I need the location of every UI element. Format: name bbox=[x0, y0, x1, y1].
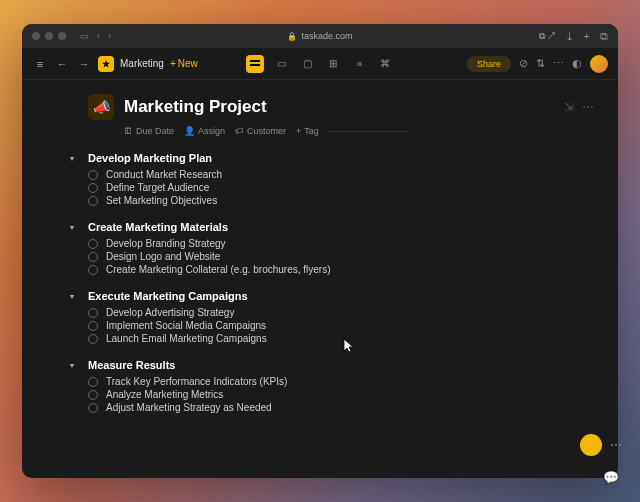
task-text[interactable]: Adjust Marketing Strategy as Needed bbox=[106, 402, 272, 413]
ai-fab[interactable] bbox=[580, 434, 602, 456]
fab-more-icon[interactable]: ⋯ bbox=[610, 438, 618, 452]
app-toolbar: ≡ ← → ★ Marketing + New ▭ ▢ ⊞ ∝ ⌘ Share … bbox=[22, 48, 618, 80]
project-icon[interactable]: 📣 bbox=[88, 94, 114, 120]
chat-fab[interactable]: 💬 bbox=[600, 466, 618, 478]
task-text[interactable]: Create Marketing Collateral (e.g. brochu… bbox=[106, 264, 331, 275]
task-checkbox[interactable] bbox=[88, 334, 98, 344]
pin-icon[interactable]: ⇲ bbox=[564, 100, 574, 114]
task-item[interactable]: Set Marketing Objectives bbox=[88, 194, 594, 207]
due-date-chip[interactable]: 🗓Due Date bbox=[124, 126, 174, 136]
customer-chip[interactable]: 🏷Customer bbox=[235, 126, 286, 136]
task-text[interactable]: Set Marketing Objectives bbox=[106, 195, 217, 206]
section: ▾Measure ResultsTrack Key Performance In… bbox=[88, 359, 594, 414]
more-icon[interactable]: ⋯ bbox=[553, 57, 564, 70]
task-item[interactable]: Adjust Marketing Strategy as Needed bbox=[88, 401, 594, 414]
chevron-down-icon[interactable]: ▾ bbox=[70, 292, 80, 301]
task-item[interactable]: Launch Email Marketing Campaigns bbox=[88, 332, 594, 345]
view-calendar-icon[interactable]: ⊞ bbox=[324, 55, 342, 73]
task-item[interactable]: Create Marketing Collateral (e.g. brochu… bbox=[88, 263, 594, 276]
section-header[interactable]: ▾Create Marketing Materials bbox=[70, 221, 594, 233]
nav-forward-icon[interactable]: › bbox=[108, 31, 111, 41]
new-button[interactable]: + New bbox=[170, 58, 198, 69]
check-circle-icon[interactable]: ⊘ bbox=[519, 57, 528, 70]
task-checkbox[interactable] bbox=[88, 390, 98, 400]
task-text[interactable]: Design Logo and Website bbox=[106, 251, 220, 262]
task-checkbox[interactable] bbox=[88, 252, 98, 262]
task-item[interactable]: Conduct Market Research bbox=[88, 168, 594, 181]
notifications-icon[interactable]: ◐ bbox=[572, 57, 582, 70]
task-item[interactable]: Develop Branding Strategy bbox=[88, 237, 594, 250]
filter-icon[interactable]: ⇅ bbox=[536, 57, 545, 70]
section-title[interactable]: Develop Marketing Plan bbox=[88, 152, 212, 164]
task-text[interactable]: Track Key Performance Indicators (KPIs) bbox=[106, 376, 287, 387]
maximize-dot[interactable] bbox=[58, 32, 66, 40]
workspace-badge[interactable]: ★ bbox=[98, 56, 114, 72]
back-icon[interactable]: ← bbox=[54, 56, 70, 72]
section-header[interactable]: ▾Execute Marketing Campaigns bbox=[70, 290, 594, 302]
section-title[interactable]: Measure Results bbox=[88, 359, 175, 371]
task-checkbox[interactable] bbox=[88, 170, 98, 180]
document-content: 📣 Marketing Project ⇲ ⋯ 🗓Due Date 👤Assig… bbox=[22, 80, 618, 478]
view-list-icon[interactable] bbox=[246, 55, 264, 73]
forward-icon[interactable]: → bbox=[76, 56, 92, 72]
fab-row: ⋯ bbox=[580, 434, 618, 456]
menu-icon[interactable]: ≡ bbox=[32, 56, 48, 72]
view-mindmap-icon[interactable]: ∝ bbox=[350, 55, 368, 73]
url-text: taskade.com bbox=[301, 31, 352, 41]
task-checkbox[interactable] bbox=[88, 403, 98, 413]
task-checkbox[interactable] bbox=[88, 377, 98, 387]
chevron-down-icon[interactable]: ▾ bbox=[70, 223, 80, 232]
project-more-icon[interactable]: ⋯ bbox=[582, 100, 594, 114]
add-tab-icon[interactable]: + bbox=[584, 30, 590, 42]
task-checkbox[interactable] bbox=[88, 308, 98, 318]
task-text[interactable]: Conduct Market Research bbox=[106, 169, 222, 180]
share-indicator[interactable]: ⧉ ↗ bbox=[539, 31, 555, 42]
view-board-icon[interactable]: ▭ bbox=[272, 55, 290, 73]
task-text[interactable]: Launch Email Marketing Campaigns bbox=[106, 333, 267, 344]
share-button[interactable]: Share bbox=[467, 56, 511, 72]
task-checkbox[interactable] bbox=[88, 265, 98, 275]
project-title[interactable]: Marketing Project bbox=[124, 97, 267, 117]
task-checkbox[interactable] bbox=[88, 239, 98, 249]
task-item[interactable]: Analyze Marketing Metrics bbox=[88, 388, 594, 401]
breadcrumb[interactable]: Marketing bbox=[120, 58, 164, 69]
task-item[interactable]: Design Logo and Website bbox=[88, 250, 594, 263]
chevron-down-icon[interactable]: ▾ bbox=[70, 154, 80, 163]
view-org-icon[interactable]: ⌘ bbox=[376, 55, 394, 73]
task-item[interactable]: Define Target Audience bbox=[88, 181, 594, 194]
plus-icon: + bbox=[170, 58, 176, 69]
section-title[interactable]: Execute Marketing Campaigns bbox=[88, 290, 248, 302]
task-checkbox[interactable] bbox=[88, 196, 98, 206]
task-item[interactable]: Implement Social Media Campaigns bbox=[88, 319, 594, 332]
avatar[interactable] bbox=[590, 55, 608, 73]
task-text[interactable]: Develop Advertising Strategy bbox=[106, 307, 234, 318]
chevron-down-icon[interactable]: ▾ bbox=[70, 361, 80, 370]
sidebar-toggle-icon[interactable]: ▭ bbox=[80, 31, 89, 41]
section-header[interactable]: ▾Measure Results bbox=[70, 359, 594, 371]
task-item[interactable]: Track Key Performance Indicators (KPIs) bbox=[88, 375, 594, 388]
svg-rect-1 bbox=[250, 64, 260, 66]
download-icon[interactable]: ⤓ bbox=[565, 30, 574, 43]
minimize-dot[interactable] bbox=[45, 32, 53, 40]
task-text[interactable]: Define Target Audience bbox=[106, 182, 209, 193]
section-header[interactable]: ▾Develop Marketing Plan bbox=[70, 152, 594, 164]
assign-chip[interactable]: 👤Assign bbox=[184, 126, 225, 136]
task-text[interactable]: Develop Branding Strategy bbox=[106, 238, 226, 249]
plus-icon: + bbox=[296, 126, 301, 136]
section: ▾Develop Marketing PlanConduct Market Re… bbox=[88, 152, 594, 207]
window-controls[interactable] bbox=[32, 32, 66, 40]
close-dot[interactable] bbox=[32, 32, 40, 40]
project-meta: 🗓Due Date 👤Assign 🏷Customer +Tag bbox=[124, 126, 594, 136]
view-action-icon[interactable]: ▢ bbox=[298, 55, 316, 73]
task-item[interactable]: Develop Advertising Strategy bbox=[88, 306, 594, 319]
task-text[interactable]: Analyze Marketing Metrics bbox=[106, 389, 223, 400]
tabs-icon[interactable]: ⧉ bbox=[600, 30, 608, 43]
task-checkbox[interactable] bbox=[88, 321, 98, 331]
section-title[interactable]: Create Marketing Materials bbox=[88, 221, 228, 233]
lock-icon: 🔒 bbox=[287, 32, 297, 41]
task-checkbox[interactable] bbox=[88, 183, 98, 193]
nav-back-icon[interactable]: ‹ bbox=[97, 31, 100, 41]
address-bar[interactable]: 🔒 taskade.com bbox=[287, 31, 352, 41]
task-text[interactable]: Implement Social Media Campaigns bbox=[106, 320, 266, 331]
add-tag-chip[interactable]: +Tag bbox=[296, 126, 319, 136]
